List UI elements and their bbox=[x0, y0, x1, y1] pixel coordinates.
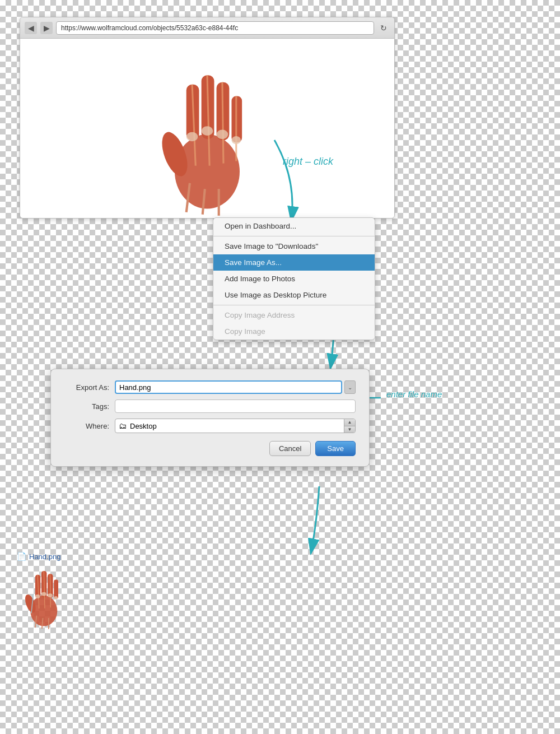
where-value: Desktop bbox=[130, 422, 157, 430]
context-menu-save-downloads[interactable]: Save Image to "Downloads" bbox=[213, 238, 375, 254]
context-menu-save-as[interactable]: Save Image As... bbox=[213, 254, 375, 271]
svg-point-47 bbox=[35, 594, 40, 598]
stepper-up[interactable]: ▲ bbox=[344, 419, 355, 426]
context-menu-separator-1 bbox=[213, 236, 375, 236]
dialog-buttons: Cancel Save bbox=[64, 441, 356, 456]
browser-content bbox=[20, 39, 394, 218]
enter-filename-annotation: enter file name bbox=[386, 389, 442, 399]
svg-line-43 bbox=[50, 574, 50, 607]
expand-chevron[interactable]: ⌄ bbox=[344, 380, 356, 394]
tags-label: Tags: bbox=[64, 402, 109, 411]
context-menu: Open in Dashboard... Save Image to "Down… bbox=[213, 217, 375, 340]
filename-label: Hand.png bbox=[29, 552, 60, 561]
where-selector[interactable]: 🗂 Desktop ▲ ▼ bbox=[115, 419, 356, 433]
export-as-label: Export As: bbox=[64, 383, 109, 392]
svg-point-50 bbox=[54, 596, 58, 600]
stepper-down[interactable]: ▼ bbox=[344, 426, 355, 433]
where-row: Where: 🗂 Desktop ▲ ▼ bbox=[64, 419, 356, 433]
reload-button[interactable]: ↻ bbox=[377, 22, 390, 34]
save-dialog: Export As: ⌄ Tags: Where: 🗂 Desktop ▲ ▼ … bbox=[50, 369, 370, 467]
svg-point-13 bbox=[186, 132, 198, 142]
browser-window: ◀ ▶ ↻ bbox=[20, 17, 395, 219]
arrow-3 bbox=[291, 481, 347, 565]
folder-icon: 🗂 bbox=[119, 421, 127, 430]
tags-row: Tags: bbox=[64, 399, 356, 413]
cancel-button[interactable]: Cancel bbox=[269, 441, 311, 456]
context-menu-copy-image: Copy Image bbox=[213, 323, 375, 340]
export-as-input[interactable] bbox=[115, 380, 342, 394]
back-button[interactable]: ◀ bbox=[25, 22, 37, 34]
where-label: Where: bbox=[64, 422, 109, 430]
browser-toolbar: ◀ ▶ ↻ bbox=[20, 17, 394, 39]
context-menu-desktop-picture[interactable]: Use Image as Desktop Picture bbox=[213, 287, 375, 303]
context-menu-open-dashboard[interactable]: Open in Dashboard... bbox=[213, 218, 375, 234]
svg-point-48 bbox=[41, 592, 46, 596]
svg-point-49 bbox=[48, 593, 53, 597]
file-result: 📄 Hand.png bbox=[17, 552, 73, 634]
file-label: 📄 Hand.png bbox=[17, 552, 73, 561]
forward-button[interactable]: ▶ bbox=[40, 22, 53, 34]
file-icon: 📄 bbox=[17, 552, 26, 561]
save-button[interactable]: Save bbox=[315, 441, 356, 456]
context-menu-copy-address: Copy Image Address bbox=[213, 307, 375, 323]
url-bar[interactable] bbox=[56, 21, 374, 35]
export-as-row: Export As: ⌄ bbox=[64, 380, 356, 394]
svg-rect-40 bbox=[54, 579, 58, 598]
hand-image-top bbox=[20, 55, 394, 218]
where-stepper[interactable]: ▲ ▼ bbox=[344, 419, 355, 433]
hand-image-result bbox=[17, 564, 73, 631]
context-menu-add-photos[interactable]: Add Image to Photos bbox=[213, 271, 375, 287]
tags-input[interactable] bbox=[115, 399, 356, 413]
context-menu-separator-2 bbox=[213, 305, 375, 305]
svg-point-14 bbox=[202, 126, 213, 136]
